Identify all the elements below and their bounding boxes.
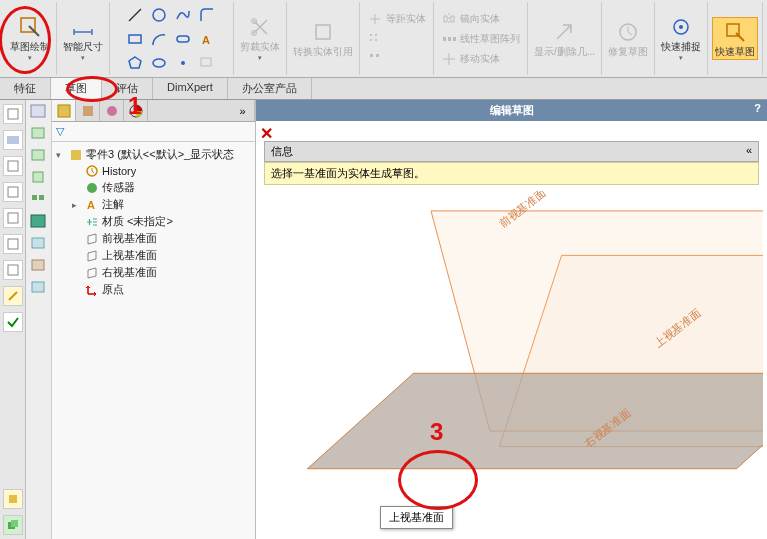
property-tab[interactable] [100,100,124,121]
fillet-tool[interactable] [196,4,218,26]
svg-rect-26 [7,136,19,144]
snap-icon [669,15,693,39]
tree-history[interactable]: History [72,163,251,179]
pattern-indicator [364,30,386,48]
tree-sensors[interactable]: 传感器 [72,179,251,196]
dimension-icon [71,15,95,39]
line-tool[interactable] [124,4,146,26]
panel-icon-8[interactable] [28,256,48,274]
tab-dimxpert[interactable]: DimXpert [153,78,228,99]
tree-top-plane[interactable]: 上视基准面 [72,247,251,264]
side-btn-1[interactable] [3,104,23,124]
panel-icon-4[interactable] [28,168,48,186]
svg-rect-42 [32,238,44,248]
mirror-button[interactable]: 镜向实体 [438,10,503,28]
tab-features[interactable]: 特征 [0,78,51,99]
panel-icon-9[interactable] [28,278,48,296]
material-icon [85,215,99,229]
panel-icon-1[interactable] [28,102,48,120]
side-btn-8[interactable] [3,286,23,306]
offset-button[interactable]: 等距实体 [364,10,429,28]
side-btn-10[interactable] [3,489,23,509]
chevron-down-icon: ▾ [28,54,32,62]
collapse-icon[interactable]: « [746,144,752,159]
sketch-button[interactable]: 草图绘制 ▾ [8,13,52,64]
text-tool[interactable]: A [196,28,218,50]
side-btn-4[interactable] [3,182,23,202]
tree-origin[interactable]: 原点 [72,281,251,298]
tree-material[interactable]: 材质 <未指定> [72,213,251,230]
panel-expand[interactable]: » [231,100,255,121]
side-btn-3[interactable] [3,156,23,176]
part-icon [69,148,83,162]
tab-sketch[interactable]: 草图 [51,78,102,99]
tree-front-plane[interactable]: 前视基准面 [72,230,251,247]
panel-icon-3[interactable] [28,146,48,164]
side-btn-5[interactable] [3,208,23,228]
svg-point-7 [181,61,185,65]
svg-point-15 [375,39,377,41]
dots-icon [367,51,383,67]
panel-icon-7[interactable] [28,234,48,252]
panel-icon-6[interactable] [28,212,48,230]
plane-tooltip: 上视基准面 [380,506,453,529]
svg-rect-17 [376,54,379,57]
sketch-tools-group: A [110,2,234,75]
panel-icon-5[interactable] [28,190,48,208]
trim-button[interactable]: 剪裁实体 ▾ [238,13,282,64]
side-btn-6[interactable] [3,234,23,254]
svg-text:A: A [202,34,210,46]
rectangle-tool[interactable] [124,28,146,50]
expand-icon[interactable]: ▸ [72,200,82,210]
scissors-icon [248,15,272,39]
ellipse-tool[interactable] [148,52,170,74]
svg-point-14 [370,39,372,41]
circle-tool[interactable] [148,4,170,26]
filter-row: ▽ [52,122,255,142]
help-icon[interactable]: ? [754,102,761,114]
config-tab[interactable] [76,100,100,121]
close-icon[interactable]: ✕ [260,124,273,143]
svg-point-13 [375,34,377,36]
tab-office[interactable]: 办公室产品 [228,78,312,99]
svg-point-23 [679,25,683,29]
svg-rect-31 [8,265,18,275]
show-delete-button[interactable]: 显示/删除几... [532,18,597,59]
grid-icon [367,31,383,47]
side-btn-9[interactable] [3,312,23,332]
tree-root[interactable]: ▾ 零件3 (默认<<默认>_显示状态 [56,146,251,163]
convert-button[interactable]: 转换实体引用 [291,18,355,59]
plane-icon [85,266,99,280]
point-tool[interactable] [172,52,194,74]
arc-tool[interactable] [148,28,170,50]
info-header[interactable]: 信息 « [264,141,759,162]
mirror-icon [441,11,457,27]
tree-annotations[interactable]: ▸ A 注解 [72,196,251,213]
plane-tool[interactable] [196,52,218,74]
top-plane[interactable] [307,373,763,469]
annotation-icon: A [85,198,99,212]
filter-icon[interactable]: ▽ [56,125,64,138]
tree-right-plane[interactable]: 右视基准面 [72,264,251,281]
collapse-icon[interactable]: ▾ [56,150,66,160]
side-btn-11[interactable] [3,515,23,535]
repair-button[interactable]: 修复草图 [606,18,650,59]
smart-dimension-button[interactable]: 智能尺寸 ▾ [61,13,105,64]
viewport-header: 编辑草图 ? [256,100,767,121]
feature-tree: ▾ 零件3 (默认<<默认>_显示状态 History 传感器 [52,142,255,302]
svg-point-6 [153,59,165,67]
side-btn-7[interactable] [3,260,23,280]
quick-snap-button[interactable]: 快速捕捉 ▾ [659,13,703,64]
quick-sketch-button[interactable]: 快速草图 [712,17,758,60]
slot-tool[interactable] [172,28,194,50]
svg-rect-41 [31,215,45,227]
linear-pattern-button[interactable]: 线性草图阵列 [438,30,523,48]
move-button[interactable]: 移动实体 [438,50,503,68]
svg-rect-18 [443,37,446,41]
polygon-tool[interactable] [124,52,146,74]
side-btn-2[interactable] [3,130,23,150]
tree-tab[interactable] [52,100,76,121]
3d-canvas[interactable]: 前视基准面 上视基准面 右视基准面 上视基准面 [260,191,763,535]
spline-tool[interactable] [172,4,194,26]
panel-icon-2[interactable] [28,124,48,142]
